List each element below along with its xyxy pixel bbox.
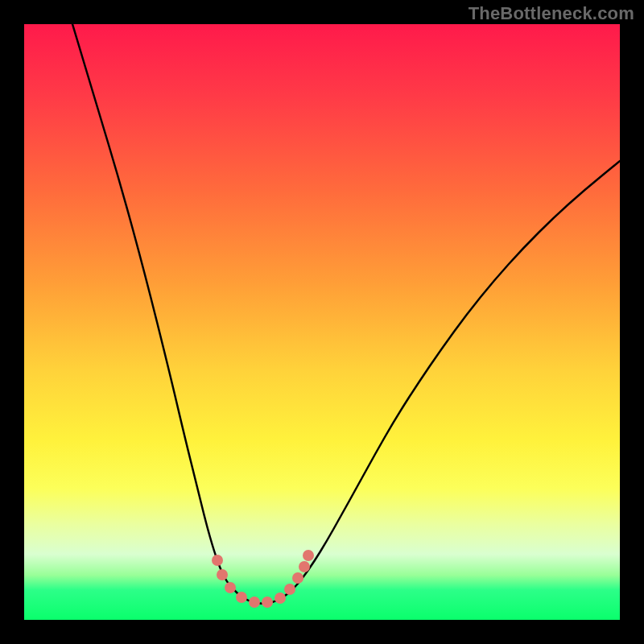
minimum-dot [303, 550, 314, 561]
minimum-dot [236, 592, 247, 603]
minimum-dot [217, 569, 228, 580]
minimum-dot-cluster [212, 550, 314, 608]
minimum-dot [299, 561, 310, 572]
minimum-dot [249, 597, 260, 608]
minimum-dot [275, 592, 286, 604]
minimum-dot [212, 555, 223, 566]
minimum-dot [262, 597, 273, 608]
chart-svg [24, 24, 620, 620]
minimum-dot [292, 572, 303, 584]
chart-frame: TheBottleneck.com [0, 0, 644, 644]
minimum-dot [284, 584, 295, 595]
plot-area [24, 24, 620, 620]
curve-path [72, 24, 620, 604]
watermark-label: TheBottleneck.com [469, 3, 634, 24]
minimum-dot [225, 582, 236, 593]
